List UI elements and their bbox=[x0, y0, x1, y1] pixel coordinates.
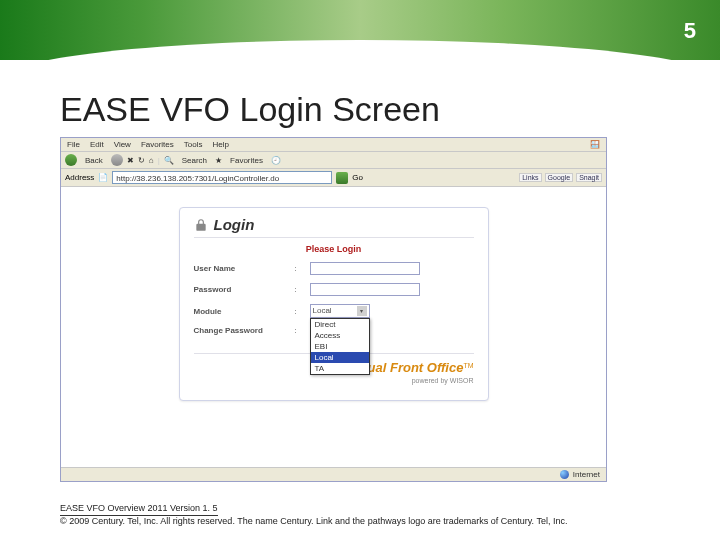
password-label: Password bbox=[194, 285, 282, 294]
back-button[interactable]: Back bbox=[81, 155, 107, 166]
module-option-local[interactable]: Local bbox=[311, 352, 369, 363]
footer-line1: EASE VFO Overview 2011 Version 1. 5 bbox=[60, 503, 218, 517]
slide-footer: EASE VFO Overview 2011 Version 1. 5 © 20… bbox=[60, 503, 567, 528]
stop-icon[interactable]: ✖ bbox=[127, 156, 134, 165]
back-icon[interactable] bbox=[65, 154, 77, 166]
go-label: Go bbox=[352, 173, 363, 182]
links-bar: Links Google Snagit bbox=[519, 173, 602, 182]
module-option-ebi[interactable]: EBI bbox=[311, 341, 369, 352]
module-option-ta[interactable]: TA bbox=[311, 363, 369, 374]
browser-statusbar: Internet bbox=[61, 467, 606, 481]
powered-by: powered by WISOR bbox=[194, 377, 474, 384]
refresh-icon[interactable]: ↻ bbox=[138, 156, 145, 165]
address-input[interactable]: http://38.236.138.205:7301/LoginControll… bbox=[112, 171, 332, 184]
slide-header: 5 bbox=[0, 0, 720, 60]
search-icon[interactable]: 🔍 bbox=[164, 156, 174, 165]
module-select[interactable]: Local ▾ bbox=[310, 304, 370, 318]
favorites-icon[interactable]: ★ bbox=[215, 156, 222, 165]
username-input[interactable] bbox=[310, 262, 420, 275]
menu-view[interactable]: View bbox=[114, 140, 131, 149]
forward-icon[interactable] bbox=[111, 154, 123, 166]
menu-favorites[interactable]: Favorites bbox=[141, 140, 174, 149]
row-username: User Name : bbox=[194, 262, 474, 275]
favorites-button[interactable]: Favorites bbox=[226, 155, 267, 166]
page-icon: 📄 bbox=[98, 173, 108, 182]
module-option-access[interactable]: Access bbox=[311, 330, 369, 341]
menu-edit[interactable]: Edit bbox=[90, 140, 104, 149]
search-button[interactable]: Search bbox=[178, 155, 211, 166]
browser-toolbar: Back ✖ ↻ ⌂ | 🔍 Search ★ Favorites 🕘 bbox=[61, 152, 606, 169]
username-label: User Name bbox=[194, 264, 282, 273]
address-label: Address bbox=[65, 173, 94, 182]
footer-line2: © 2009 Century. Tel, Inc. All rights res… bbox=[60, 516, 567, 526]
menu-help[interactable]: Help bbox=[212, 140, 228, 149]
history-icon[interactable]: 🕘 bbox=[271, 156, 281, 165]
menu-file[interactable]: File bbox=[67, 140, 80, 149]
menu-tools[interactable]: Tools bbox=[184, 140, 203, 149]
module-label: Module bbox=[194, 307, 282, 316]
module-dropdown[interactable]: Direct Access EBI Local TA bbox=[310, 318, 370, 375]
status-zone: Internet bbox=[573, 470, 600, 479]
links-label[interactable]: Links bbox=[519, 173, 541, 182]
page-content: Login Please Login User Name : Password … bbox=[61, 187, 606, 467]
windows-logo-icon: 🪟 bbox=[590, 140, 600, 149]
go-button[interactable] bbox=[336, 172, 348, 184]
login-card: Login Please Login User Name : Password … bbox=[179, 207, 489, 401]
password-input[interactable] bbox=[310, 283, 420, 296]
row-password: Password : bbox=[194, 283, 474, 296]
please-login-text: Please Login bbox=[194, 244, 474, 254]
login-header: Login bbox=[194, 216, 474, 238]
browser-addressbar: Address 📄 http://38.236.138.205:7301/Log… bbox=[61, 169, 606, 187]
module-selected-value: Local bbox=[313, 305, 332, 317]
slide-number: 5 bbox=[684, 18, 696, 44]
browser-menubar: File Edit View Favorites Tools Help 🪟 bbox=[61, 138, 606, 152]
trademark: TM bbox=[463, 362, 473, 369]
login-title: Login bbox=[214, 216, 255, 233]
globe-icon bbox=[560, 470, 569, 479]
chevron-down-icon[interactable]: ▾ bbox=[357, 306, 367, 316]
change-password-label: Change Password bbox=[194, 326, 282, 335]
module-option-direct[interactable]: Direct bbox=[311, 319, 369, 330]
browser-screenshot: File Edit View Favorites Tools Help 🪟 Ba… bbox=[60, 137, 607, 482]
link-google[interactable]: Google bbox=[545, 173, 574, 182]
home-icon[interactable]: ⌂ bbox=[149, 156, 154, 165]
lock-icon bbox=[194, 218, 208, 232]
row-module: Module : Local ▾ Direct Access EBI Local… bbox=[194, 304, 474, 318]
link-snagit[interactable]: Snagit bbox=[576, 173, 602, 182]
slide-title: EASE VFO Login Screen bbox=[60, 90, 720, 129]
